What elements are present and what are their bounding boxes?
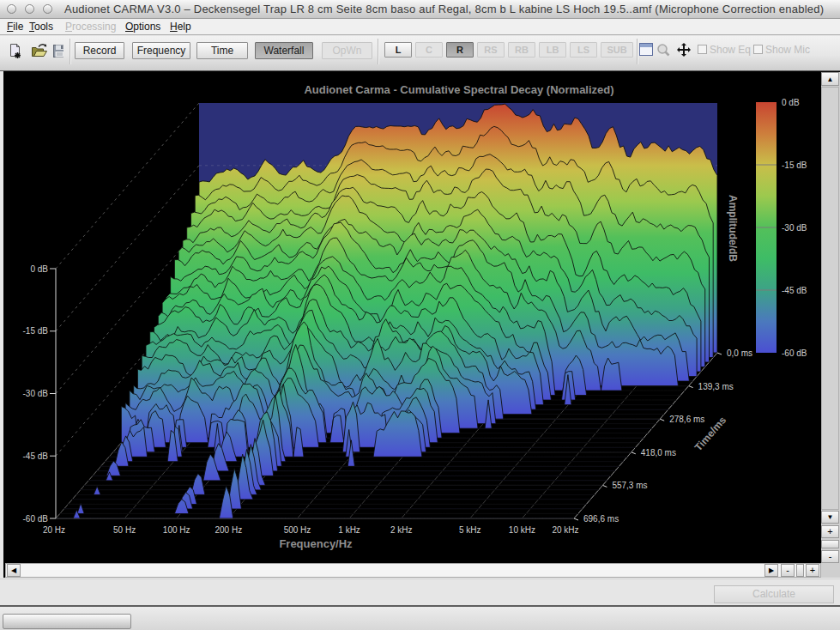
svg-text:500 Hz: 500 Hz (284, 525, 311, 535)
svg-text:696,6 ms: 696,6 ms (583, 514, 619, 524)
svg-text:Audionet Carma - Cumulative Sp: Audionet Carma - Cumulative Spectral Dec… (304, 83, 613, 96)
svg-text:278,6 ms: 278,6 ms (669, 415, 704, 424)
svg-text:50 Hz: 50 Hz (113, 525, 136, 535)
svg-text:200 Hz: 200 Hz (215, 525, 242, 535)
svg-text:-45 dB: -45 dB (23, 451, 49, 461)
svg-text:-15 dB: -15 dB (23, 326, 49, 336)
svg-text:139,3 ms: 139,3 ms (698, 382, 734, 391)
svg-text:1 kHz: 1 kHz (338, 525, 360, 535)
svg-text:557,3 ms: 557,3 ms (612, 481, 647, 490)
svg-text:-60 dB: -60 dB (782, 348, 807, 358)
svg-text:100 Hz: 100 Hz (163, 525, 190, 535)
svg-text:-60 dB: -60 dB (23, 514, 49, 524)
svg-text:-30 dB: -30 dB (23, 389, 49, 398)
svg-text:0,0 ms: 0,0 ms (727, 348, 752, 358)
svg-text:2 kHz: 2 kHz (390, 525, 413, 535)
svg-text:10 kHz: 10 kHz (509, 525, 535, 535)
svg-text:0 dB: 0 dB (782, 98, 800, 107)
svg-text:5 kHz: 5 kHz (459, 525, 481, 535)
svg-text:418,0 ms: 418,0 ms (641, 448, 676, 457)
svg-text:0 dB: 0 dB (30, 264, 48, 274)
svg-text:20 kHz: 20 kHz (552, 525, 578, 535)
svg-text:Frequency/Hz: Frequency/Hz (279, 537, 353, 550)
svg-text:-30 dB: -30 dB (782, 223, 807, 233)
svg-text:-45 dB: -45 dB (782, 286, 807, 295)
svg-text:Amplitude/dB: Amplitude/dB (727, 195, 739, 262)
svg-text:20 Hz: 20 Hz (43, 525, 65, 535)
svg-text:-15 dB: -15 dB (782, 161, 807, 170)
